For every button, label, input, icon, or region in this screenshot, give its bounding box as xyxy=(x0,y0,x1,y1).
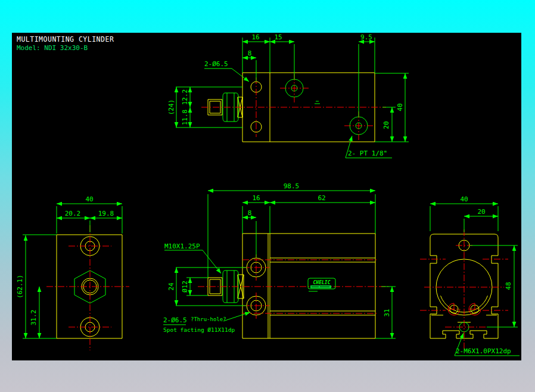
chelic-logo-text: CHELIC xyxy=(313,280,331,285)
dim-text-62-1: (62.1) xyxy=(16,275,24,298)
dim-text-31: 31 xyxy=(383,309,391,316)
dim-text-48: 48 xyxy=(505,282,512,290)
callout-text-tap: 2-M6X1.0PX12dp xyxy=(456,347,511,355)
callout-text-mount-holes: 2-Ø6.5 xyxy=(204,60,228,68)
callout-text-spotface: Spot facting Ø11X11dp xyxy=(163,326,235,333)
dim-text-9-5: 9.5 xyxy=(360,33,372,41)
dim-text-12-2: 12.2 xyxy=(181,89,189,105)
model-number: Model: NDI 32x30-B xyxy=(17,44,88,52)
callout-text-ports: 2- PT 1/8" xyxy=(348,150,387,157)
dim-text-8: 8 xyxy=(248,49,252,57)
dim-text-31-2: 31.2 xyxy=(30,310,38,326)
dim-text-20-2: 20.2 xyxy=(65,210,81,217)
dim-text-40: 40 xyxy=(460,195,468,203)
dim-text-24: 24 xyxy=(167,282,175,291)
dim-text-62: 62 xyxy=(318,194,325,202)
callout-text-rod-thread: M10X1.25P xyxy=(164,242,200,250)
dim-text-20: 20 xyxy=(477,208,485,216)
dim-text-8: 8 xyxy=(248,209,252,217)
cad-application-window: MULTIMOUNTING CYLINDER Model: NDI 32x30-… xyxy=(0,0,535,392)
callout-text-thru-hole-note: ?Thru-hole? xyxy=(191,316,226,322)
dim-text-16: 16 xyxy=(252,194,260,202)
dim-text-20: 20 xyxy=(382,121,390,129)
drawing-title: MULTIMOUNTING CYLINDER xyxy=(17,35,114,43)
dim-text-16: 16 xyxy=(251,33,259,41)
cad-drawing-surface: MULTIMOUNTING CYLINDER Model: NDI 32x30-… xyxy=(0,0,535,392)
dim-text-40: 40 xyxy=(85,195,93,203)
dim-text-11-8: 11.8 xyxy=(181,110,189,126)
dim-text-98-5: 98.5 xyxy=(284,182,300,190)
dim-text-40: 40 xyxy=(396,103,404,111)
dim-text-15: 15 xyxy=(274,33,282,41)
callout-text-thru-hole: 2-Ø6.5 xyxy=(163,316,187,324)
dim-text-24ref: (24) xyxy=(167,99,175,116)
dim-text-dia12: Ø12 xyxy=(181,281,189,293)
dim-text-19-8: 19.8 xyxy=(98,210,114,217)
